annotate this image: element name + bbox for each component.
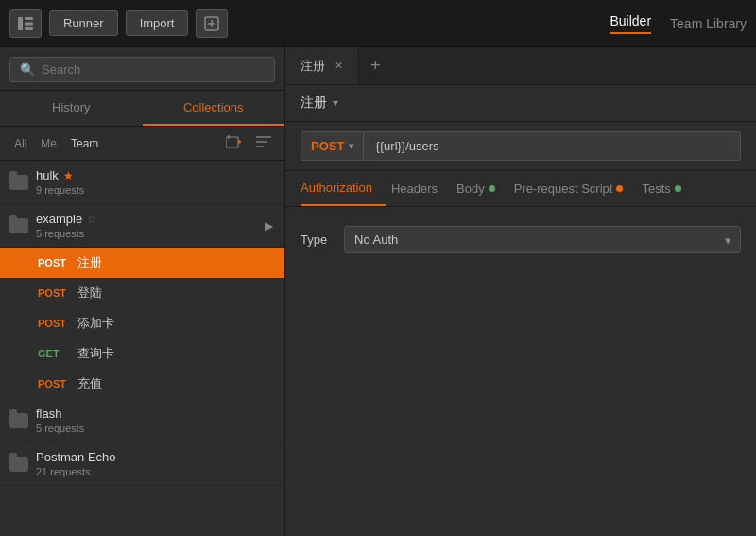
top-bar: Runner Import Builder Team Library <box>0 0 756 47</box>
filter-all-button[interactable]: All <box>9 135 31 152</box>
auth-type-label: Type <box>301 233 329 247</box>
filter-row: All Me Team <box>0 127 284 161</box>
collection-hulk-sub: 9 requests <box>36 184 275 196</box>
collection-postman-echo-label: Postman Echo <box>36 450 116 464</box>
tab-history[interactable]: History <box>0 91 143 126</box>
svg-rect-2 <box>25 22 33 25</box>
auth-panel: Type No Auth Bearer Token Basic Auth OAu… <box>285 207 756 536</box>
svg-rect-0 <box>18 17 23 30</box>
collection-example[interactable]: example ☆ 5 requests ▶ ••• <box>0 204 284 248</box>
svg-rect-7 <box>226 137 238 147</box>
collection-name: example ☆ <box>36 212 255 226</box>
collection-hulk[interactable]: hulk ★ 9 requests <box>0 161 284 204</box>
right-panel: 注册 ✕ + 注册 ▾ POST ▾ Authorization <box>285 47 756 536</box>
request-row-querycard[interactable]: GET 查询卡 <box>0 338 284 369</box>
request-tab-close[interactable]: ✕ <box>335 60 343 72</box>
collection-flash[interactable]: flash 5 requests <box>0 399 284 442</box>
runner-button[interactable]: Runner <box>49 10 118 36</box>
request-row-topup[interactable]: POST 充值 <box>0 369 284 399</box>
sidebar-tabs: History Collections <box>0 91 284 127</box>
tab-body-label: Body <box>456 182 485 196</box>
request-name-topup: 充值 <box>77 375 102 392</box>
tab-builder[interactable]: Builder <box>610 13 651 34</box>
url-bar: POST ▾ <box>285 122 756 171</box>
collection-postman-echo[interactable]: Postman Echo 21 requests <box>0 442 284 486</box>
import-button[interactable]: Import <box>126 10 189 36</box>
collection-postman-echo-sub: 21 requests <box>36 466 275 477</box>
tab-headers[interactable]: Headers <box>391 172 451 205</box>
sidebar-toggle-button[interactable] <box>9 9 42 38</box>
svg-rect-1 <box>25 17 33 20</box>
tab-tests[interactable]: Tests <box>642 172 694 205</box>
filter-team-button[interactable]: Team <box>66 135 103 152</box>
tab-pre-request-label: Pre-request Script <box>514 182 613 196</box>
request-name-login: 登陆 <box>77 285 102 302</box>
collection-name: hulk ★ <box>36 168 275 182</box>
folder-icon <box>9 175 28 190</box>
tests-dot-icon <box>675 185 681 192</box>
tab-authorization[interactable]: Authorization <box>301 171 386 206</box>
filter-me-button[interactable]: Me <box>36 135 61 152</box>
svg-rect-3 <box>25 27 33 30</box>
method-badge-get: GET <box>38 348 70 359</box>
search-icon: 🔍 <box>20 62 35 77</box>
tab-team-library[interactable]: Team Library <box>670 16 747 31</box>
collection-info: Postman Echo 21 requests <box>36 450 275 477</box>
request-tabs-bar: 注册 ✕ + <box>285 47 756 85</box>
collection-example-label: example <box>36 212 82 226</box>
request-header: 注册 ▾ <box>285 85 756 122</box>
request-row-login[interactable]: POST 登陆 <box>0 278 284 308</box>
request-title: 注册 ▾ <box>301 95 338 112</box>
add-request-tab-button[interactable]: + <box>359 47 392 84</box>
request-name-addcard: 添加卡 <box>77 315 114 332</box>
top-bar-right: Builder Team Library <box>610 13 747 34</box>
sidebar: 🔍 History Collections All Me Team <box>0 47 285 536</box>
body-dot-icon <box>489 185 495 192</box>
request-tab-register[interactable]: 注册 ✕ <box>285 47 359 84</box>
auth-type-row: Type No Auth Bearer Token Basic Auth OAu… <box>301 226 741 253</box>
folder-icon <box>9 413 28 428</box>
inner-tabs: Authorization Headers Body Pre-request S… <box>285 171 756 207</box>
collection-flash-sub: 5 requests <box>36 423 275 434</box>
folder-icon <box>9 457 28 472</box>
request-row-addcard[interactable]: POST 添加卡 <box>0 308 284 338</box>
star-icon: ★ <box>63 169 74 182</box>
request-name-querycard: 查询卡 <box>77 345 114 362</box>
method-chevron-icon: ▾ <box>349 141 353 151</box>
search-input[interactable] <box>42 62 265 77</box>
collection-info: example ☆ 5 requests <box>36 212 255 239</box>
request-tab-label: 注册 <box>301 58 325 75</box>
collection-info: hulk ★ 9 requests <box>36 168 275 196</box>
add-collection-button[interactable] <box>222 133 245 153</box>
dropdown-arrow-icon[interactable]: ▾ <box>333 96 338 110</box>
tab-pre-request-script[interactable]: Pre-request Script <box>514 172 637 205</box>
collection-example-sub: 5 requests <box>36 228 255 239</box>
tab-tests-label: Tests <box>642 182 670 196</box>
auth-select-wrap: No Auth Bearer Token Basic Auth OAuth 2.… <box>344 226 741 253</box>
main-layout: 🔍 History Collections All Me Team <box>0 47 756 536</box>
collection-info: flash 5 requests <box>36 406 275 434</box>
star-empty-icon: ☆ <box>87 213 97 226</box>
folder-icon <box>9 218 28 233</box>
tab-collections[interactable]: Collections <box>143 91 285 126</box>
collection-name: flash <box>36 406 275 421</box>
pre-request-dot-icon <box>616 185 623 192</box>
tab-body[interactable]: Body <box>456 172 508 205</box>
method-label: POST <box>311 139 344 153</box>
search-input-wrap: 🔍 <box>9 57 275 82</box>
collection-example-actions: ▶ ••• <box>263 217 275 234</box>
collection-expand-button[interactable]: ▶ <box>263 217 275 234</box>
tab-headers-label: Headers <box>391 182 438 196</box>
collection-hulk-label: hulk <box>36 168 59 182</box>
new-tab-button[interactable] <box>196 9 228 38</box>
sort-button[interactable] <box>252 133 275 153</box>
request-row-register[interactable]: POST 注册 <box>0 248 284 278</box>
collection-flash-label: flash <box>36 406 61 421</box>
collection-name: Postman Echo <box>36 450 275 464</box>
request-title-text: 注册 <box>301 95 327 112</box>
auth-type-select[interactable]: No Auth Bearer Token Basic Auth OAuth 2.… <box>344 226 741 253</box>
method-badge-post: POST <box>38 287 70 299</box>
method-dropdown[interactable]: POST ▾ <box>301 131 363 161</box>
request-name-register: 注册 <box>77 254 102 271</box>
url-input[interactable] <box>363 131 741 161</box>
